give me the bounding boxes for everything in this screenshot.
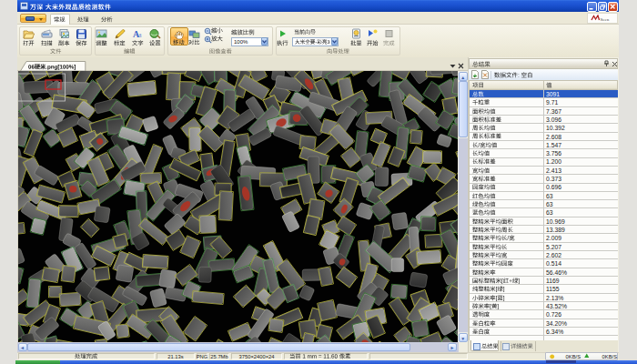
svg-text:a: a: [138, 31, 142, 39]
svg-text:Seen: Seen: [601, 17, 610, 22]
